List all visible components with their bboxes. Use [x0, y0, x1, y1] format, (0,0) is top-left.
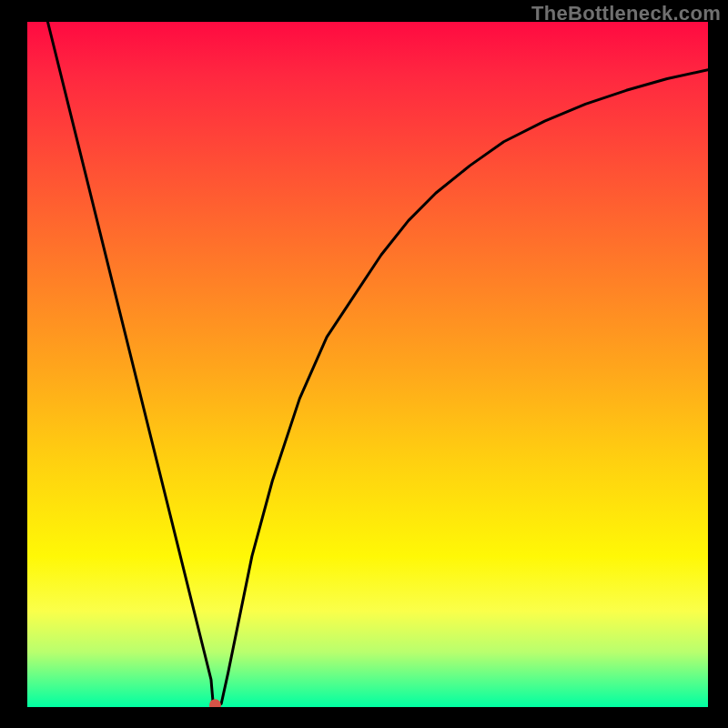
- curve-path: [47, 22, 708, 705]
- chart-svg: [27, 22, 708, 707]
- watermark-text: TheBottleneck.com: [531, 2, 721, 25]
- chart-container: TheBottleneck.com: [0, 0, 728, 728]
- marker-dot: [209, 699, 221, 707]
